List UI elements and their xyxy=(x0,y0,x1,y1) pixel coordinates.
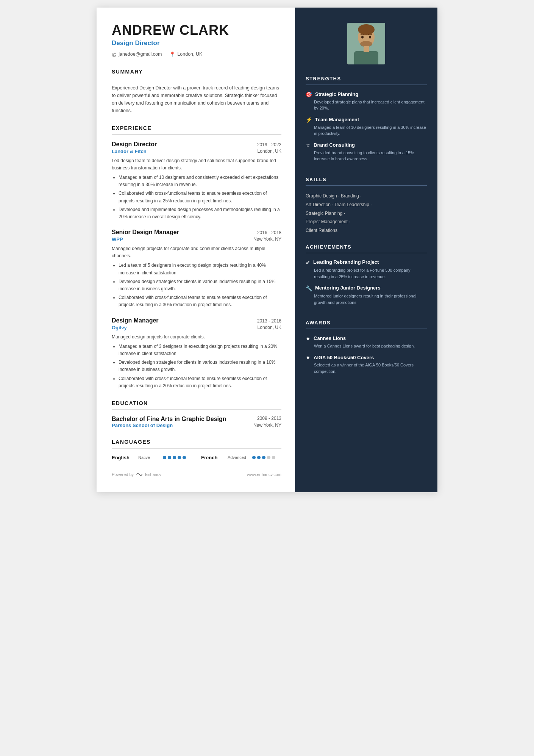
achievement-2-name: Mentoring Junior Designers xyxy=(315,285,381,291)
enhancv-logo-icon xyxy=(136,472,143,477)
exp-2-role: Senior Design Manager xyxy=(112,229,179,236)
skills-line-4: Project Management · xyxy=(306,218,427,226)
award-2-name: AIGA 50 Books/50 Covers xyxy=(314,355,374,360)
exp-1-location: London, UK xyxy=(258,149,281,154)
lang-french-dots xyxy=(252,456,275,459)
languages-row: English Native French Advanced xyxy=(112,455,281,460)
exp-1-bullet-1: Managed a team of 10 designers and consi… xyxy=(119,174,281,188)
exp-2-bullets: Led a team of 5 designers in executing d… xyxy=(112,262,281,308)
award-2-desc: Selected as a winner of the AIGA 50 Book… xyxy=(306,362,427,374)
award-1-desc: Won a Cannes Lions award for best packag… xyxy=(306,343,427,349)
exp-3-bullet-1: Managed a team of 3 designers in executi… xyxy=(119,343,281,357)
email-value: janedoe@gmail.com xyxy=(119,52,162,57)
exp-1-header: Design Director 2019 - 2022 xyxy=(112,141,281,148)
edu-1-school: Parsons School of Design xyxy=(112,423,173,428)
exp-item-1: Design Director 2019 - 2022 Landor & Fit… xyxy=(112,141,281,221)
achievement-1: ✔ Leading Rebranding Project Led a rebra… xyxy=(306,259,427,280)
exp-3-dates: 2013 - 2016 xyxy=(257,318,281,324)
achievement-1-header: ✔ Leading Rebranding Project xyxy=(306,259,427,266)
experience-section: EXPERIENCE Design Director 2019 - 2022 L… xyxy=(112,125,281,390)
education-title: EDUCATION xyxy=(112,400,281,406)
exp-2-description: Managed design projects for corporate an… xyxy=(112,245,281,260)
lang-english-level: Native xyxy=(138,455,159,460)
skills-section: SKILLS Graphic Design · Branding · Art D… xyxy=(306,177,427,235)
exp-2-bullet-1: Led a team of 5 designers in executing d… xyxy=(119,262,281,276)
experience-divider xyxy=(112,134,281,135)
skills-list: Graphic Design · Branding · Art Directio… xyxy=(306,192,427,235)
location-icon: 📍 xyxy=(169,52,175,57)
awards-divider xyxy=(306,329,427,329)
award-1-header: ★ Cannes Lions xyxy=(306,335,427,341)
resume-header: ANDREW CLARK Design Director @ janedoe@g… xyxy=(112,23,281,57)
dot-f2 xyxy=(257,456,261,459)
email-contact: @ janedoe@gmail.com xyxy=(112,52,162,57)
dot-f4 xyxy=(267,456,270,459)
svg-point-6 xyxy=(361,36,364,39)
skills-line-1: Graphic Design · Branding · xyxy=(306,192,427,200)
strength-3-desc: Provided brand consulting to clients res… xyxy=(306,150,427,162)
lang-english-name: English xyxy=(112,455,134,460)
award-2-header: ★ AIGA 50 Books/50 Covers xyxy=(306,354,427,360)
education-divider xyxy=(112,409,281,410)
achievement-2: 🔧 Mentoring Junior Designers Mentored ju… xyxy=(306,285,427,305)
award-1-name: Cannes Lions xyxy=(314,335,346,341)
dot-3 xyxy=(173,456,176,459)
edu-1-school-row: Parsons School of Design New York, NY xyxy=(112,423,281,428)
languages-title: LANGUAGES xyxy=(112,439,281,445)
footer-brand: Powered by Enhancv xyxy=(112,472,161,477)
svg-point-3 xyxy=(360,41,372,47)
strengths-section: STRENGTHS 🎯 Strategic Planning Developed… xyxy=(306,76,427,167)
location-value: London, UK xyxy=(177,52,202,57)
edu-1-degree: Bachelor of Fine Arts in Graphic Design xyxy=(112,416,226,423)
edu-1-header: Bachelor of Fine Arts in Graphic Design … xyxy=(112,416,281,423)
languages-section: LANGUAGES English Native xyxy=(112,439,281,460)
powered-by-label: Powered by xyxy=(112,472,134,477)
award-2: ★ AIGA 50 Books/50 Covers Selected as a … xyxy=(306,354,427,374)
exp-2-bullet-3: Collaborated with cross-functional teams… xyxy=(119,294,281,308)
candidate-name: ANDREW CLARK xyxy=(112,23,281,38)
lang-english-dots xyxy=(163,456,186,459)
skills-line-5: Client Relations xyxy=(306,226,427,235)
exp-1-bullets: Managed a team of 10 designers and consi… xyxy=(112,174,281,221)
achievements-section: ACHIEVEMENTS ✔ Leading Rebranding Projec… xyxy=(306,244,427,311)
exp-2-header: Senior Design Manager 2016 - 2018 xyxy=(112,229,281,236)
strength-1-desc: Developed strategic plans that increased… xyxy=(306,99,427,111)
mentoring-icon: 🔧 xyxy=(306,285,312,291)
strength-2-desc: Managed a team of 10 designers resulting… xyxy=(306,124,427,137)
strength-2-header: ⚡ Team Management xyxy=(306,117,427,123)
award-1: ★ Cannes Lions Won a Cannes Lions award … xyxy=(306,335,427,349)
location-contact: 📍 London, UK xyxy=(169,52,202,57)
achievements-title: ACHIEVEMENTS xyxy=(306,244,427,250)
exp-1-company: Landor & Fitch xyxy=(112,149,147,154)
exp-2-bullet-2: Developed design strategies for clients … xyxy=(119,278,281,293)
resume-container: ANDREW CLARK Design Director @ janedoe@g… xyxy=(97,8,437,492)
achievement-2-header: 🔧 Mentoring Junior Designers xyxy=(306,285,427,291)
awards-title: AWARDS xyxy=(306,320,427,326)
exp-2-dates: 2016 - 2018 xyxy=(257,230,281,235)
summary-divider xyxy=(112,78,281,78)
photo-area xyxy=(306,23,427,64)
awards-section: AWARDS ★ Cannes Lions Won a Cannes Lions… xyxy=(306,320,427,380)
skills-title: SKILLS xyxy=(306,177,427,182)
dot-4 xyxy=(178,456,181,459)
exp-2-company: WPP xyxy=(112,236,123,242)
summary-title: SUMMARY xyxy=(112,69,281,75)
resume-footer: Powered by Enhancv www.enhancv.com xyxy=(112,472,281,477)
exp-3-description: Managed design projects for corporate cl… xyxy=(112,333,281,341)
contact-row: @ janedoe@gmail.com 📍 London, UK xyxy=(112,52,281,57)
skills-divider xyxy=(306,185,427,186)
exp-1-role: Design Director xyxy=(112,141,157,148)
achievement-1-desc: Led a rebranding project for a Fortune 5… xyxy=(306,267,427,280)
cannes-lions-icon: ★ xyxy=(306,335,311,341)
footer-url: www.enhancv.com xyxy=(247,472,281,477)
dot-f5 xyxy=(272,456,275,459)
lang-french-name: French xyxy=(201,455,224,460)
email-icon: @ xyxy=(112,52,117,57)
exp-1-description: Led design team to deliver design strate… xyxy=(112,157,281,172)
exp-1-company-row: Landor & Fitch London, UK xyxy=(112,149,281,154)
strength-1: 🎯 Strategic Planning Developed strategic… xyxy=(306,91,427,111)
edu-1-location: New York, NY xyxy=(253,423,281,428)
exp-3-header: Design Manager 2013 - 2016 xyxy=(112,317,281,324)
left-column: ANDREW CLARK Design Director @ janedoe@g… xyxy=(97,8,295,492)
dot-5 xyxy=(183,456,186,459)
